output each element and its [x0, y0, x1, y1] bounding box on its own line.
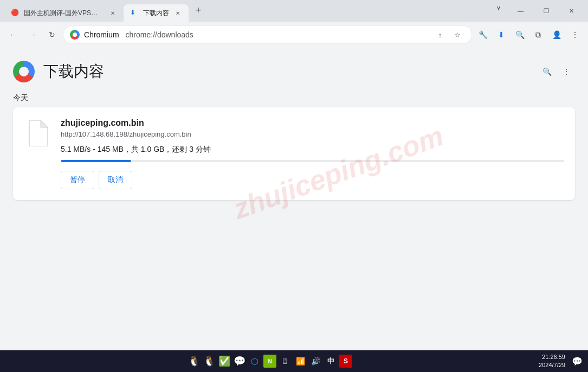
share-button[interactable]: ↑	[432, 27, 448, 42]
address-actions: ↑ ☆	[432, 27, 465, 42]
split-view-button[interactable]: ⧉	[529, 26, 547, 43]
taskbar: 🐧 🐧 ✅ 💬 ⬡ N 🖥 📶 🔊 中 S 21:26:59 2024/7/29…	[0, 350, 588, 372]
file-icon	[24, 118, 50, 149]
tab-2[interactable]: ⬇ 下载内容 ✕	[124, 4, 189, 22]
download-buttons: 暂停 取消	[61, 171, 564, 189]
close-button[interactable]: ✕	[559, 2, 584, 20]
taskbar-icon-wifi[interactable]: 📶	[294, 355, 307, 368]
refresh-button[interactable]: ↻	[43, 26, 61, 43]
progress-bar-container	[61, 160, 564, 162]
page-actions: 🔍 ⋮	[538, 63, 575, 80]
section-today: 今天	[0, 87, 588, 107]
notification-button[interactable]: 💬	[571, 355, 584, 368]
taskbar-icons: 🐧 🐧 ✅ 💬 ⬡ N 🖥 📶 🔊 中 S	[4, 355, 535, 368]
menu-button[interactable]: ⋮	[566, 26, 584, 43]
file-name: zhujiceping.com.bin	[61, 118, 564, 128]
downloads-logo	[13, 61, 35, 82]
taskbar-icon-volume[interactable]: 🔊	[309, 355, 322, 368]
restore-button[interactable]: ❐	[534, 2, 558, 20]
tab1-close[interactable]: ✕	[108, 9, 117, 17]
download-item: zhujiceping.com.bin http://107.148.68.19…	[13, 107, 575, 200]
cancel-button[interactable]: 取消	[99, 171, 132, 189]
site-name: Chromium	[84, 30, 119, 39]
profile-button[interactable]: 👤	[548, 26, 565, 43]
new-tab-button[interactable]: +	[191, 3, 206, 18]
taskbar-icon-bluetooth[interactable]: ⬡	[248, 355, 261, 368]
toolbar-buttons: 🔧 ⬇ 🔍 ⧉ 👤 ⋮	[474, 26, 584, 43]
extension1-button[interactable]: 🔧	[474, 26, 492, 43]
taskbar-icon-1[interactable]: 🐧	[188, 355, 201, 368]
tab2-close[interactable]: ✕	[173, 9, 182, 17]
file-url: http://107.148.68.198/zhujiceping.com.bi…	[61, 130, 564, 138]
url-text: chrome://downloads	[126, 30, 193, 39]
page-menu-button[interactable]: ⋮	[558, 63, 575, 80]
tab-strip: 🔴 国外主机测评-国外VPS、国外... ✕ ⬇ 下载内容 ✕ +	[0, 0, 491, 22]
tab2-label: 下载内容	[143, 9, 169, 18]
taskbar-icon-3[interactable]: ✅	[218, 355, 231, 368]
page-title-area: 下载内容	[13, 61, 104, 82]
clock-time: 21:26:59	[542, 353, 565, 361]
taskbar-icon-4[interactable]: 💬	[233, 355, 246, 368]
progress-bar-fill	[61, 160, 131, 162]
minimize-button[interactable]: —	[508, 2, 533, 20]
clock-date: 2024/7/29	[539, 361, 565, 369]
address-bar[interactable]: Chromium chrome://downloads ↑ ☆	[63, 25, 472, 44]
downloads-button[interactable]: ⬇	[493, 26, 510, 43]
taskbar-clock: 21:26:59 2024/7/29	[539, 353, 565, 370]
tab-chevron[interactable]: ∨	[491, 0, 506, 15]
tab1-label: 国外主机测评-国外VPS、国外...	[24, 9, 104, 18]
search-button[interactable]: 🔍	[511, 26, 528, 43]
page-header: 下载内容 🔍 ⋮	[0, 48, 588, 87]
forward-button[interactable]: →	[24, 26, 41, 43]
taskbar-icon-sougou[interactable]: S	[339, 355, 352, 368]
site-icon	[70, 30, 80, 40]
bookmark-button[interactable]: ☆	[450, 27, 465, 42]
tab1-favicon: 🔴	[11, 9, 20, 17]
taskbar-icon-2[interactable]: 🐧	[203, 355, 216, 368]
titlebar: 🔴 国外主机测评-国外VPS、国外... ✕ ⬇ 下载内容 ✕ + ∨ — ❐ …	[0, 0, 588, 22]
taskbar-icon-input[interactable]: 中	[324, 355, 337, 368]
page-search-button[interactable]: 🔍	[538, 63, 555, 80]
taskbar-icon-nvidia[interactable]: N	[263, 355, 276, 368]
chromium-logo-icon	[70, 30, 80, 40]
navbar: ← → ↻ Chromium chrome://downloads ↑ ☆ 🔧 …	[0, 22, 588, 48]
main-content: zhujiceping.com 下载内容 🔍 ⋮ 今天 zhujiceping.…	[0, 48, 588, 350]
tab2-favicon: ⬇	[130, 9, 139, 17]
download-status: 5.1 MB/s - 145 MB，共 1.0 GB，还剩 3 分钟	[61, 145, 564, 155]
window-controls: — ❐ ✕	[508, 0, 588, 22]
pause-button[interactable]: 暂停	[61, 171, 94, 189]
back-button[interactable]: ←	[4, 26, 22, 43]
tab-1[interactable]: 🔴 国外主机测评-国外VPS、国外... ✕	[4, 4, 124, 22]
download-info: zhujiceping.com.bin http://107.148.68.19…	[61, 118, 564, 189]
page-title: 下载内容	[43, 61, 104, 82]
taskbar-icon-display[interactable]: 🖥	[279, 355, 292, 368]
